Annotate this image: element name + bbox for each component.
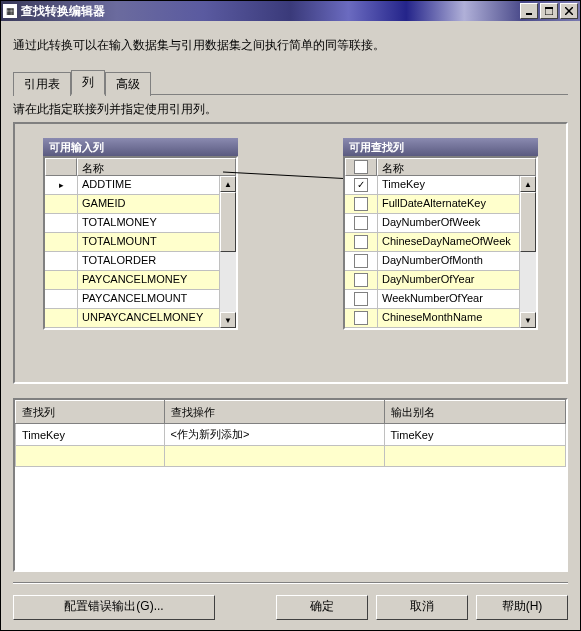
lookup-row[interactable]: ✓TimeKey [345, 176, 520, 195]
checkbox-cell[interactable] [345, 271, 378, 290]
scroll-up-icon[interactable]: ▲ [520, 176, 536, 192]
mapping-cell-alias[interactable]: TimeKey [384, 424, 566, 446]
mapping-cell-empty[interactable] [16, 446, 165, 467]
cancel-button[interactable]: 取消 [376, 595, 468, 620]
scroll-down-icon[interactable]: ▼ [520, 312, 536, 328]
row-handle[interactable] [45, 271, 78, 290]
checkbox-icon[interactable] [354, 216, 368, 230]
input-row[interactable]: TOTALMOUNT [45, 233, 220, 252]
row-handle[interactable] [45, 233, 78, 252]
input-column-name: UNPAYCANCELMONEY [78, 309, 220, 328]
tab-columns[interactable]: 列 [71, 70, 105, 95]
minimize-button[interactable] [520, 3, 538, 19]
mapping-row-empty[interactable] [16, 446, 566, 467]
checkbox-icon[interactable] [354, 254, 368, 268]
mapping-cell-op[interactable]: <作为新列添加> [164, 424, 384, 446]
lookup-column-name: WeekNumberOfYear [378, 290, 520, 309]
input-row[interactable]: TOTALORDER [45, 252, 220, 271]
svg-line-5 [223, 172, 353, 179]
lookup-list-scrollbar[interactable]: ▲ ▼ [520, 176, 536, 328]
app-icon: ▦ [3, 4, 17, 18]
lookup-column-name: DayNumberOfMonth [378, 252, 520, 271]
scroll-down-icon[interactable]: ▼ [220, 312, 236, 328]
checkbox-cell[interactable] [345, 233, 378, 252]
input-row[interactable]: TOTALMONEY [45, 214, 220, 233]
mapping-cell-col[interactable]: TimeKey [16, 424, 165, 446]
lookup-row[interactable]: WeekNumberOfYear [345, 290, 520, 309]
row-handle[interactable] [45, 252, 78, 271]
checkbox-icon[interactable] [354, 273, 368, 287]
checkbox-cell[interactable] [345, 252, 378, 271]
svg-rect-0 [526, 13, 532, 15]
input-column-name: TOTALORDER [78, 252, 220, 271]
lookup-list-header-name[interactable]: 名称 [377, 158, 536, 176]
lookup-row[interactable]: DayNumberOfYear [345, 271, 520, 290]
input-list-header-name[interactable]: 名称 [77, 158, 236, 176]
mapping-header-lookup-op[interactable]: 查找操作 [164, 401, 384, 424]
input-list-scrollbar[interactable]: ▲ ▼ [220, 176, 236, 328]
input-list-title: 可用输入列 [43, 138, 238, 156]
configure-error-output-button[interactable]: 配置错误输出(G)... [13, 595, 215, 620]
tab-advanced[interactable]: 高级 [105, 72, 151, 96]
close-button[interactable] [560, 3, 578, 19]
scroll-up-icon[interactable]: ▲ [220, 176, 236, 192]
available-input-columns: 可用输入列 名称 ▸ADDTIMEGAMEIDTOTALMONEYTOTALMO… [43, 138, 238, 330]
titlebar[interactable]: ▦ 查找转换编辑器 [1, 1, 580, 21]
lookup-row[interactable]: DayNumberOfMonth [345, 252, 520, 271]
lookup-column-name: ChineseMonthName [378, 309, 520, 328]
scroll-thumb[interactable] [220, 192, 236, 252]
checkbox-cell[interactable] [345, 214, 378, 233]
input-row[interactable]: PAYCANCELMOUNT [45, 290, 220, 309]
lookup-list-check-all[interactable] [345, 158, 377, 176]
window-title: 查找转换编辑器 [21, 3, 105, 20]
lookup-row[interactable]: DayNumberOfWeek [345, 214, 520, 233]
lookup-row[interactable]: ChineseDayNameOfWeek [345, 233, 520, 252]
checkbox-icon[interactable] [354, 197, 368, 211]
input-column-name: TOTALMOUNT [78, 233, 220, 252]
mapping-row[interactable]: TimeKey<作为新列添加>TimeKey [16, 424, 566, 446]
row-handle[interactable]: ▸ [45, 176, 78, 195]
mapping-cell-empty[interactable] [384, 446, 566, 467]
input-column-name: PAYCANCELMOUNT [78, 290, 220, 309]
tab-strip: 引用表 列 高级 [13, 74, 568, 95]
available-lookup-columns: 可用查找列 名称 ✓TimeKeyFullDateAlternateKeyDay… [343, 138, 538, 330]
column-mapping-connector [223, 164, 363, 188]
mapping-cell-empty[interactable] [164, 446, 384, 467]
input-row[interactable]: UNPAYCANCELMONEY [45, 309, 220, 328]
input-column-name: GAMEID [78, 195, 220, 214]
checkbox-icon[interactable] [354, 160, 368, 174]
input-list-header-blank[interactable] [45, 158, 77, 176]
lookup-row[interactable]: ChineseMonthName [345, 309, 520, 328]
mapping-header-output-alias[interactable]: 输出别名 [384, 401, 566, 424]
lookup-column-name: ChineseDayNameOfWeek [378, 233, 520, 252]
footer-divider [13, 582, 568, 584]
input-row[interactable]: PAYCANCELMONEY [45, 271, 220, 290]
tab-reference-table[interactable]: 引用表 [13, 72, 71, 96]
checkbox-cell[interactable] [345, 309, 378, 328]
checkbox-cell[interactable]: ✓ [345, 176, 378, 195]
input-column-name: TOTALMONEY [78, 214, 220, 233]
description-text: 通过此转换可以在输入数据集与引用数据集之间执行简单的同等联接。 [13, 37, 568, 54]
checkbox-cell[interactable] [345, 195, 378, 214]
row-handle[interactable] [45, 214, 78, 233]
row-handle[interactable] [45, 290, 78, 309]
input-row[interactable]: ▸ADDTIME [45, 176, 220, 195]
checkbox-icon[interactable]: ✓ [354, 178, 368, 192]
footer-buttons: 配置错误输出(G)... 确定 取消 帮助(H) [13, 595, 568, 620]
ok-button[interactable]: 确定 [276, 595, 368, 620]
help-button[interactable]: 帮助(H) [476, 595, 568, 620]
svg-rect-2 [545, 7, 553, 9]
checkbox-cell[interactable] [345, 290, 378, 309]
checkbox-icon[interactable] [354, 311, 368, 325]
scroll-thumb[interactable] [520, 192, 536, 252]
input-row[interactable]: GAMEID [45, 195, 220, 214]
lookup-column-name: DayNumberOfWeek [378, 214, 520, 233]
checkbox-icon[interactable] [354, 235, 368, 249]
lookup-row[interactable]: FullDateAlternateKey [345, 195, 520, 214]
maximize-button[interactable] [540, 3, 558, 19]
row-handle[interactable] [45, 195, 78, 214]
checkbox-icon[interactable] [354, 292, 368, 306]
mapping-header-lookup-col[interactable]: 查找列 [16, 401, 165, 424]
lookup-column-name: FullDateAlternateKey [378, 195, 520, 214]
row-handle[interactable] [45, 309, 78, 328]
